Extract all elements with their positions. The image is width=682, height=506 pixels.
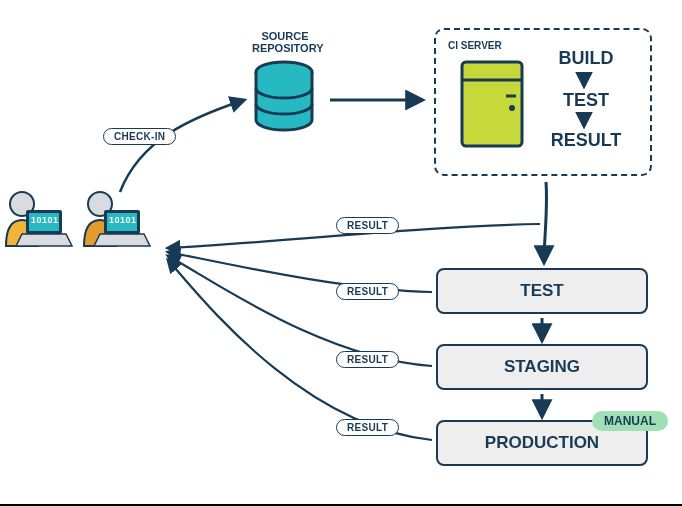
ci-step-build: BUILD — [556, 48, 616, 69]
stage-test-box: TEST — [436, 268, 648, 314]
dev1-screen-text: 10101 — [31, 215, 59, 225]
result-badge-3: RESULT — [336, 351, 399, 368]
stage-test-label: TEST — [520, 281, 563, 301]
stage-production-label: PRODUCTION — [485, 433, 599, 453]
manual-badge: MANUAL — [592, 411, 668, 431]
ci-step-result: RESULT — [548, 130, 624, 151]
source-repository-label: SOURCE REPOSITORY — [252, 30, 318, 54]
checkin-badge: CHECK-IN — [103, 128, 176, 145]
source-repository-icon — [256, 62, 312, 130]
result-badge-2: RESULT — [336, 283, 399, 300]
stage-staging-box: STAGING — [436, 344, 648, 390]
dev2-screen-text: 10101 — [109, 215, 137, 225]
ci-server-label: CI SERVER — [448, 40, 502, 51]
stage-staging-label: STAGING — [504, 357, 580, 377]
arrow-result-staging — [168, 256, 432, 366]
result-badge-4: RESULT — [336, 419, 399, 436]
arrow-checkin — [120, 100, 244, 192]
arrow-ci-to-test — [544, 182, 547, 262]
ci-step-test: TEST — [556, 90, 616, 111]
result-badge-1: RESULT — [336, 217, 399, 234]
